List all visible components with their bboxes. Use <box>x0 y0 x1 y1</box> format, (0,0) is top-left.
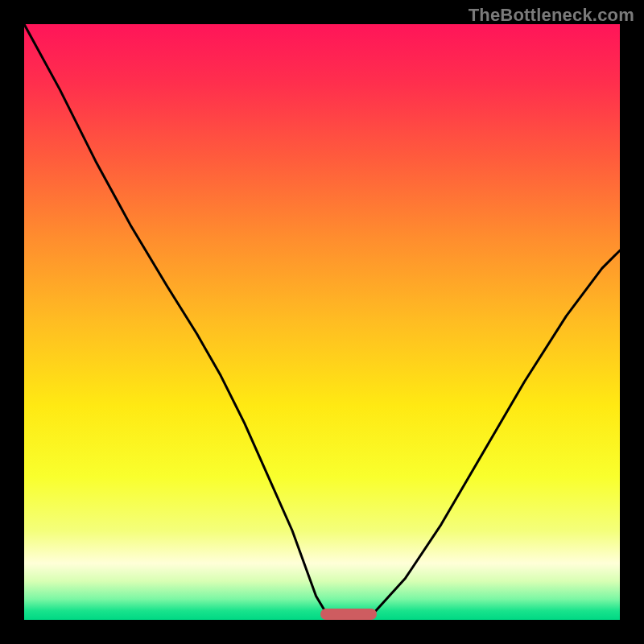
bottleneck-curve <box>24 24 620 620</box>
watermark-text: TheBottleneck.com <box>469 5 634 26</box>
plot-area <box>24 24 620 620</box>
optimal-range-indicator <box>320 609 377 620</box>
chart-frame: TheBottleneck.com <box>0 0 644 644</box>
